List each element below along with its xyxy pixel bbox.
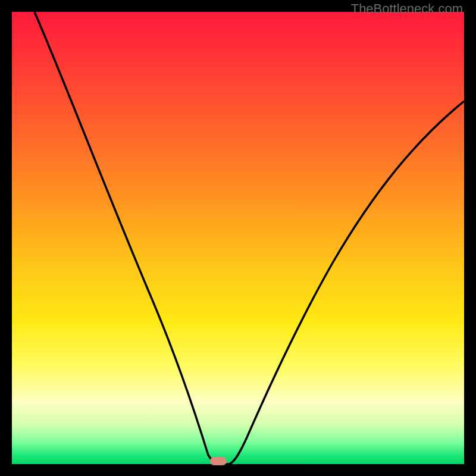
watermark-text: TheBottleneck.com [351, 1, 463, 17]
bottleneck-curve [35, 12, 464, 464]
chart-curve-svg [12, 12, 464, 464]
chart-frame: TheBottleneck.com [0, 0, 476, 476]
optimal-marker [210, 457, 227, 465]
